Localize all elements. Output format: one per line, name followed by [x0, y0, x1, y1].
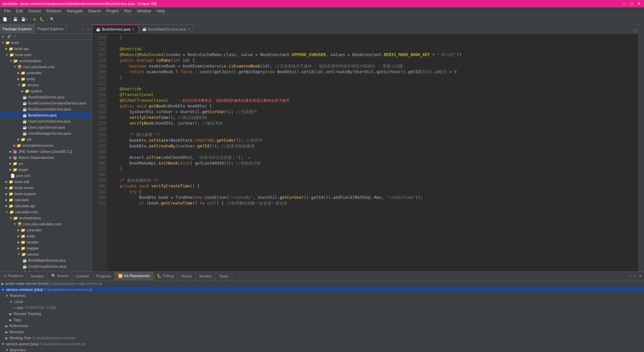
maximize-panel-button[interactable]: □	[86, 27, 91, 31]
toolbar-search[interactable]: 🔍	[49, 16, 56, 23]
tree-item-bookexaminesensitiveservice-java[interactable]: ☕BookExamineSensitiveService.java	[0, 100, 92, 106]
toolbar-new[interactable]: 📄	[1, 16, 9, 23]
tree-item-book-core[interactable]: ▼📁book-core	[0, 52, 92, 58]
tree-item-controller[interactable]: ▶📁controller	[0, 70, 92, 76]
editor-tab-bookservice[interactable]: ☕ BookService.java ✕	[92, 25, 138, 33]
git-item[interactable]: ▼Branches	[0, 347, 644, 352]
maximize-button[interactable]: □	[629, 1, 634, 6]
git-item[interactable]: ▼Branches	[0, 293, 644, 299]
tree-item-jre-system-library--javase-11-[interactable]: ▶📚JRE System Library [JavaSE-11]	[0, 148, 92, 155]
toolbar-save[interactable]: 💾	[12, 16, 19, 23]
close-button[interactable]: ✕	[637, 1, 641, 6]
git-item[interactable]: ▼service-common [yika]E:\javaData\servic…	[0, 287, 644, 293]
tab-package-explorer[interactable]: Package Explorer	[0, 24, 35, 33]
toolbar-run[interactable]: ▶	[32, 16, 38, 23]
btab-tasks[interactable]: Tasks	[216, 272, 232, 280]
tree-item-book-sdk[interactable]: ▶📁book-sdk	[0, 179, 92, 185]
tree-item-service[interactable]: ▼📁service	[0, 251, 92, 257]
menu-item-search[interactable]: Search	[86, 7, 104, 14]
tree-item-target[interactable]: ▶📁target	[0, 167, 92, 173]
menu-item-file[interactable]: File	[1, 7, 13, 14]
code-content[interactable]: } @Override @Makes(@MakeInvoke(invoke = …	[107, 34, 639, 271]
link-editor-button[interactable]: 🔗	[6, 34, 12, 39]
close-bookservice-button[interactable]: ✕	[132, 28, 135, 31]
git-item[interactable]: ▶Working TreeE:\javaData\service-common	[0, 335, 644, 341]
tree-item-controller[interactable]: ▶📁controller	[0, 227, 92, 233]
right-scrollbar[interactable]	[639, 24, 644, 271]
bottom-minimize-button[interactable]: ─	[628, 274, 633, 278]
btab-git[interactable]: 🔀 Git Repositories	[115, 272, 154, 280]
menu-item-window[interactable]: Window	[134, 7, 154, 14]
file-icon-jre-system-library--javase-11-: 📚	[13, 149, 17, 154]
tree-menu-button[interactable]: ▽	[13, 34, 17, 39]
menu-item-edit[interactable]: Edit	[13, 7, 25, 14]
tree-item-bookservice-java[interactable]: ☕BookService.java	[0, 112, 92, 118]
tree-item-bookdataservice-java[interactable]: ☕BookDataService.java	[0, 94, 92, 100]
tree-item-usercashoutservice-java[interactable]: ☕UserCashOutService.java	[0, 118, 92, 124]
tree-label: src	[18, 162, 23, 166]
tree-item-src[interactable]: ▶📁src	[0, 161, 92, 167]
tree-item-userloginservice-java[interactable]: ☕UserLoginService.java	[0, 124, 92, 130]
git-item[interactable]: ▼service-parent [yika]E:\javaData\servic…	[0, 341, 644, 347]
tree-item-maven-dependencies[interactable]: ▶📚Maven Dependencies	[0, 155, 92, 161]
tree-item-bookmakeservice-java[interactable]: ☕BookMakeService.java	[0, 257, 92, 263]
tree-item-entity[interactable]: ▶📁entity	[0, 76, 92, 82]
tree-item-calculate-core[interactable]: ▼📁calculate-core	[0, 209, 92, 215]
menu-item-help[interactable]: Help	[154, 7, 168, 14]
git-item[interactable]: ▶Remote Tracking	[0, 311, 644, 317]
tree-item-src-main-java[interactable]: ▼📂src/main/java	[0, 215, 92, 221]
tree-item-pom-xml[interactable]: 📄pom.xml	[0, 173, 92, 179]
btab-servers[interactable]: Servers	[196, 272, 216, 280]
file-icon-target: 📁	[13, 168, 17, 172]
tree-label: book-api	[14, 47, 29, 51]
toolbar-debug[interactable]: 🐛	[38, 16, 46, 23]
git-item[interactable]: ▶References	[0, 323, 644, 329]
btab-problems[interactable]: ⚠ Problems	[0, 272, 27, 280]
btab-search[interactable]: 🔍 Search	[48, 272, 72, 280]
menu-item-project[interactable]: Project	[104, 7, 121, 14]
tree-item-service[interactable]: ▼📁service	[0, 82, 92, 88]
tree-item-book-support[interactable]: ▶📁book-support	[0, 191, 92, 197]
btab-debug[interactable]: 🐛 Debug	[154, 272, 177, 280]
tree-item-entity[interactable]: ▶📁entity	[0, 233, 92, 239]
bottom-maximize-button[interactable]: □	[633, 274, 637, 278]
tree-item-calculate-api[interactable]: ▶📁calculate-api	[0, 203, 92, 209]
editor-maximize-button[interactable]: □	[632, 28, 639, 33]
git-item[interactable]: ▼Local	[0, 299, 644, 305]
git-item[interactable]: ●yika22c9d90 feat: 大改版	[0, 305, 644, 311]
tree-item-mapper[interactable]: ▶📁mapper	[0, 245, 92, 251]
tab-project-explorer[interactable]: Project Explorer	[35, 24, 67, 33]
tree-item-calculate[interactable]: ▶📁calculate	[0, 197, 92, 203]
menu-item-navigate[interactable]: Navigate	[64, 7, 85, 14]
menu-item-source[interactable]: Source	[25, 7, 44, 14]
minimize-panel-button[interactable]: ─	[81, 27, 86, 31]
menu-item-run[interactable]: Run	[121, 7, 134, 14]
tree-item-com-yika-calculate-core[interactable]: ▼📦com.yika.calculate.core	[0, 221, 92, 227]
tree-item-book[interactable]: ▼📁book	[0, 40, 92, 46]
git-item[interactable]: ▶probe-edge-service [trunk]E:\javaData\p…	[0, 280, 644, 287]
close-bookmakeservice-button[interactable]: ✕	[187, 27, 190, 31]
tree-item-cmdgroupservice-java[interactable]: ☕CmdGroupService.java	[0, 263, 92, 269]
minimize-button[interactable]: ─	[622, 1, 627, 6]
btab-console[interactable]: Console	[72, 272, 93, 280]
tree-item-book-server[interactable]: ▶📁book-server	[0, 185, 92, 191]
tree-item-util[interactable]: ▶📁util	[0, 136, 92, 142]
tree-item-bookexamineservice-java[interactable]: ☕BookExamineService.java	[0, 106, 92, 112]
tree-item-book-api[interactable]: ▶📁book-api	[0, 46, 92, 52]
menu-item-refactor[interactable]: Refactor	[44, 7, 64, 14]
btab-history[interactable]: History	[177, 272, 196, 280]
tree-item-src-main-java[interactable]: ▼📂src/main/java	[0, 58, 92, 64]
btab-javadoc[interactable]: Javadoc	[27, 272, 48, 280]
tree-item-system[interactable]: ▶📁system	[0, 88, 92, 94]
editor-tab-bookmakeservice[interactable]: ☕ BookMakeService.java ✕	[139, 25, 194, 33]
btab-progress[interactable]: Progress	[93, 272, 115, 280]
tree-item-src-main-resources[interactable]: ▶📂src/main/resources	[0, 142, 92, 148]
git-item[interactable]: ▶Tags	[0, 317, 644, 323]
bottom-close-button[interactable]: ✕	[638, 274, 643, 278]
git-item[interactable]: ▶Remotes	[0, 329, 644, 335]
tree-item-usermessageservice-java[interactable]: ☕UserMessageService.java	[0, 130, 92, 136]
toolbar-save-all[interactable]: 💾+	[20, 16, 29, 23]
collapse-all-button[interactable]: ⊟	[1, 34, 5, 39]
tree-item-handler[interactable]: ▶📁handler	[0, 239, 92, 245]
tree-item-com-yika-book-core[interactable]: ▼📦com.yika.book.core	[0, 64, 92, 70]
